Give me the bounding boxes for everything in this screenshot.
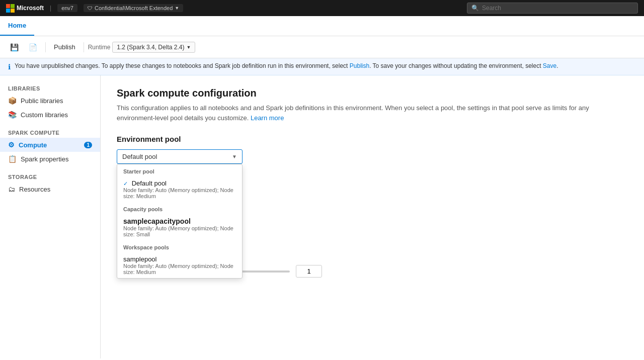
compute-icon: ⚙ <box>8 141 15 149</box>
toolbar: 💾 📄 Publish Runtime 1.2 (Spark 3.4, Delt… <box>0 36 644 58</box>
sidebar-item-resources[interactable]: 🗂 Resources <box>0 182 100 196</box>
save-file-icon: 📄 <box>29 43 37 51</box>
dropdown-item-ws-name: samplepool <box>123 255 236 263</box>
dropdown-item-default-pool[interactable]: ✓ Default pool Node family: Auto (Memory… <box>117 176 242 202</box>
dropdown-item-capacity-desc: Node family: Auto (Memory optimized); No… <box>123 225 236 237</box>
dropdown-menu: Starter pool ✓ Default pool Node family:… <box>117 164 243 279</box>
resources-icon: 🗂 <box>8 185 15 193</box>
publish-button[interactable]: Publish <box>50 41 79 53</box>
sidebar-item-label-spark: Spark properties <box>21 155 68 163</box>
dropdown-selected-value: Default pool <box>122 153 157 160</box>
page-desc: This configuration applies to all notebo… <box>117 103 628 123</box>
sidebar-item-spark-properties[interactable]: 📋 Spark properties <box>0 152 100 166</box>
search-icon: 🔍 <box>471 5 479 12</box>
main-content: Spark compute configuration This configu… <box>101 75 644 358</box>
page-title: Spark compute configuration <box>117 87 628 99</box>
custom-libraries-icon: 📚 <box>8 111 17 119</box>
confidential-badge[interactable]: 🛡 Confidential\Microsoft Extended ▼ <box>84 4 183 12</box>
sidebar-item-label-resources: Resources <box>19 186 50 193</box>
sidebar-item-custom-libraries[interactable]: 📚 Custom libraries <box>0 108 100 122</box>
page-desc-text: This configuration applies to all notebo… <box>117 104 589 122</box>
toolbar-divider-2 <box>84 42 84 52</box>
sidebar-section-storage: Storage <box>0 172 100 182</box>
sidebar-item-label-custom: Custom libraries <box>21 111 68 119</box>
search-input[interactable] <box>482 5 633 12</box>
chevron-down-icon: ▼ <box>175 6 179 11</box>
dropdown-group-workspace: Workspace pools <box>117 240 242 252</box>
ms-logo: Microsoft <box>6 4 44 13</box>
dropdown-item-name: Default pool <box>132 179 167 187</box>
environment-pool-dropdown-wrapper: Default pool ▼ Starter pool ✓ Default po… <box>117 149 243 164</box>
dropdown-group-capacity: Capacity pools <box>117 202 242 214</box>
info-text-before: You have unpublished changes. To apply t… <box>15 62 350 69</box>
save-disk-icon: 💾 <box>10 43 19 51</box>
learn-more-link[interactable]: Learn more <box>251 114 284 122</box>
chevron-down-icon: ▼ <box>232 154 237 159</box>
check-icon: ✓ <box>123 181 128 187</box>
compute-badge: 1 <box>84 142 92 148</box>
dropdown-item-bold-name: samplecapacitypool <box>123 217 236 225</box>
info-banner: ℹ You have unpublished changes. To apply… <box>0 58 644 75</box>
runtime-badge[interactable]: 1.2 (Spark 3.4, Delta 2.4) ▼ <box>112 42 195 53</box>
publish-label: Publish <box>54 43 75 51</box>
sidebar: Libraries 📦 Public libraries 📚 Custom li… <box>0 75 101 358</box>
top-bar: Microsoft | env7 🛡 Confidential\Microsof… <box>0 0 644 16</box>
dropdown-item-samplepool[interactable]: samplepool Node family: Auto (Memory opt… <box>117 252 242 278</box>
dropdown-item-desc: Node family: Auto (Memory optimized); No… <box>123 187 236 199</box>
dropdown-item-ws-desc: Node family: Auto (Memory optimized); No… <box>123 263 236 275</box>
environment-pool-dropdown[interactable]: Default pool ▼ <box>117 149 243 164</box>
sidebar-item-label-compute: Compute <box>19 141 47 149</box>
runtime-value: 1.2 (Spark 3.4, Delta 2.4) <box>117 44 184 51</box>
save-file-button[interactable]: 📄 <box>25 41 41 53</box>
ms-logo-text: Microsoft <box>17 5 44 12</box>
info-text-middle: . To save your changes without updating … <box>369 62 543 69</box>
main-layout: Libraries 📦 Public libraries 📚 Custom li… <box>0 75 644 358</box>
dropdown-group-starter: Starter pool <box>117 164 242 176</box>
publish-link[interactable]: Publish <box>350 62 369 69</box>
confidential-label: Confidential\Microsoft Extended <box>95 5 173 11</box>
info-icon: ℹ <box>8 63 11 71</box>
sidebar-section-libraries: Libraries <box>0 83 100 94</box>
runtime-label: Runtime <box>88 44 111 51</box>
chevron-down-icon: ▼ <box>186 45 191 50</box>
toolbar-divider <box>45 42 46 52</box>
shield-icon: 🛡 <box>88 6 93 11</box>
info-text-end: . <box>556 62 558 69</box>
spark-properties-icon: 📋 <box>8 155 17 163</box>
save-link[interactable]: Save <box>543 62 556 69</box>
sidebar-section-spark: Spark compute <box>0 128 100 138</box>
nav-home-label: Home <box>8 22 26 29</box>
sidebar-item-public-libraries[interactable]: 📦 Public libraries <box>0 94 100 108</box>
search-bar[interactable]: 🔍 <box>467 3 638 14</box>
dropdown-item-capacity-pool[interactable]: samplecapacitypool Node family: Auto (Me… <box>117 214 242 240</box>
sidebar-item-compute[interactable]: ⚙ Compute 1 <box>0 138 100 152</box>
save-icon-button[interactable]: 💾 <box>6 41 23 53</box>
environment-pool-title: Environment pool <box>117 135 628 143</box>
nav-bar: Home <box>0 16 644 36</box>
slider-end-input[interactable] <box>296 265 322 278</box>
sidebar-item-label-public: Public libraries <box>21 97 63 105</box>
info-text: You have unpublished changes. To apply t… <box>15 62 558 69</box>
public-libraries-icon: 📦 <box>8 97 17 105</box>
env-badge: env7 <box>57 4 77 12</box>
nav-item-home[interactable]: Home <box>0 16 34 36</box>
